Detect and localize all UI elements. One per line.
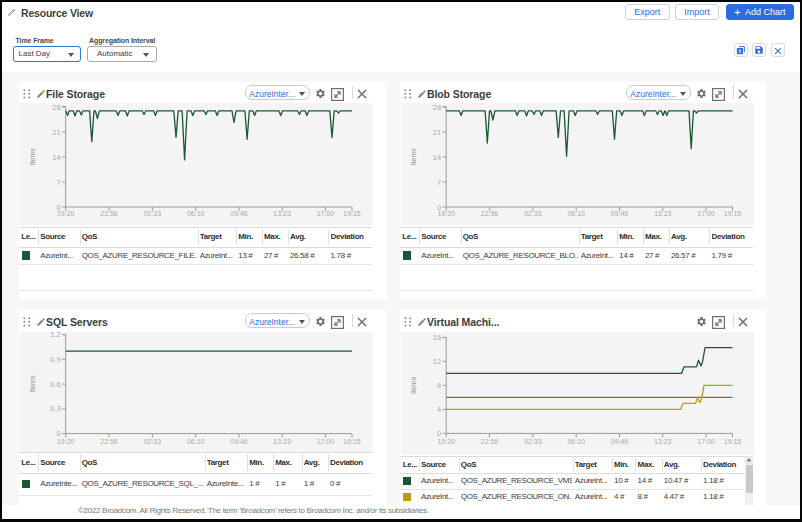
svg-text:19:20: 19:20 xyxy=(57,438,75,445)
svg-text:13:23: 13:23 xyxy=(654,438,672,445)
svg-text:4: 4 xyxy=(437,405,441,414)
svg-text:16: 16 xyxy=(433,333,441,342)
svg-text:0: 0 xyxy=(57,429,61,438)
svg-text:17:00: 17:00 xyxy=(317,210,335,217)
svg-text:1.2: 1.2 xyxy=(50,332,60,339)
svg-text:22:56: 22:56 xyxy=(100,210,118,217)
svg-text:Items: Items xyxy=(410,376,417,394)
svg-text:02:33: 02:33 xyxy=(144,210,162,217)
svg-text:21: 21 xyxy=(52,128,60,137)
svg-text:06:10: 06:10 xyxy=(187,210,205,217)
svg-text:09:46: 09:46 xyxy=(230,210,248,217)
svg-text:12: 12 xyxy=(433,357,441,366)
svg-text:Items: Items xyxy=(29,148,36,166)
svg-text:13:23: 13:23 xyxy=(273,438,291,445)
svg-text:Items: Items xyxy=(29,375,36,393)
svg-text:19:20: 19:20 xyxy=(57,210,75,217)
svg-text:8: 8 xyxy=(437,381,441,390)
svg-text:28: 28 xyxy=(52,103,60,112)
svg-text:14: 14 xyxy=(433,153,441,162)
svg-text:19:20: 19:20 xyxy=(437,438,455,445)
svg-text:06:10: 06:10 xyxy=(567,438,585,445)
svg-text:13:23: 13:23 xyxy=(654,210,672,217)
svg-text:06:10: 06:10 xyxy=(187,438,205,445)
svg-text:06:10: 06:10 xyxy=(567,210,585,217)
svg-text:0.3: 0.3 xyxy=(50,404,60,413)
svg-text:21: 21 xyxy=(433,128,441,137)
svg-text:09:46: 09:46 xyxy=(611,210,629,217)
svg-text:19:15: 19:15 xyxy=(724,210,742,217)
svg-text:02:33: 02:33 xyxy=(524,210,542,217)
svg-text:Items: Items xyxy=(410,148,417,166)
svg-text:22:56: 22:56 xyxy=(481,438,499,445)
svg-text:17:00: 17:00 xyxy=(697,438,715,445)
svg-text:13:23: 13:23 xyxy=(273,210,291,217)
svg-text:28: 28 xyxy=(433,103,441,112)
svg-text:17:00: 17:00 xyxy=(697,210,715,217)
svg-text:7: 7 xyxy=(57,178,61,187)
svg-text:19:15: 19:15 xyxy=(343,438,361,445)
svg-text:7: 7 xyxy=(437,178,441,187)
svg-text:0.6: 0.6 xyxy=(50,380,60,389)
svg-text:14: 14 xyxy=(52,153,60,162)
svg-text:17:00: 17:00 xyxy=(317,438,335,445)
svg-text:02:33: 02:33 xyxy=(524,438,542,445)
svg-text:09:46: 09:46 xyxy=(611,438,629,445)
svg-text:19:15: 19:15 xyxy=(724,438,742,445)
svg-text:19:15: 19:15 xyxy=(343,210,361,217)
svg-text:0.9: 0.9 xyxy=(50,355,60,364)
svg-text:22:56: 22:56 xyxy=(481,210,499,217)
svg-text:09:46: 09:46 xyxy=(230,438,248,445)
svg-text:19:20: 19:20 xyxy=(437,210,455,217)
svg-text:22:56: 22:56 xyxy=(100,438,118,445)
svg-text:02:33: 02:33 xyxy=(144,438,162,445)
svg-text:0: 0 xyxy=(437,429,441,438)
